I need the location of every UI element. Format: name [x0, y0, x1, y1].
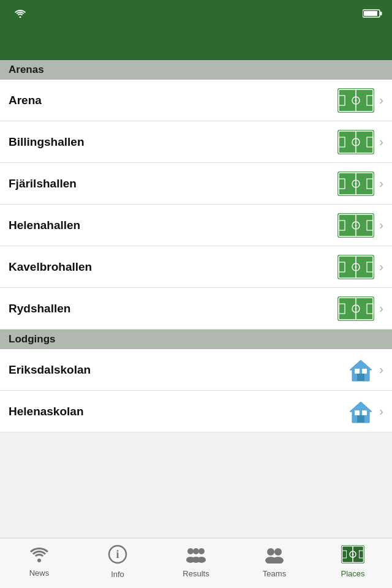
svg-point-38 [355, 266, 357, 268]
item-left: Eriksdalskolan [9, 363, 91, 377]
svg-point-62 [197, 557, 206, 563]
tab-label-teams: Teams [263, 569, 286, 578]
svg-point-54 [37, 559, 41, 562]
item-left: Rydshallen [9, 302, 70, 315]
chevron-icon: › [379, 135, 383, 149]
list-item-eriksdalskolan[interactable]: Eriksdalskolan › [0, 349, 392, 391]
section-header-arenas: Arenas [0, 60, 392, 80]
svg-rect-53 [362, 410, 367, 415]
item-label: Arena [9, 94, 42, 107]
item-right: › [337, 296, 383, 321]
tab-label-info: Info [111, 570, 124, 579]
chevron-icon: › [379, 176, 383, 190]
svg-point-63 [267, 548, 274, 556]
svg-rect-2 [380, 12, 382, 15]
tab-icon-teams [263, 545, 286, 567]
svg-point-24 [355, 183, 357, 184]
item-left: Helenahallen [9, 219, 80, 232]
status-right [363, 9, 382, 18]
item-left: Billingshallen [9, 135, 85, 149]
svg-point-73 [352, 553, 354, 555]
svg-point-45 [355, 307, 357, 309]
tab-icon-places [341, 545, 364, 567]
tab-places[interactable]: Places [314, 538, 392, 588]
section-header-lodgings: Lodgings [0, 330, 392, 349]
svg-rect-52 [355, 410, 360, 415]
item-right: › [337, 130, 383, 154]
field-icon [337, 172, 374, 196]
item-right: › [337, 172, 383, 196]
chevron-icon: › [379, 404, 383, 418]
status-left [10, 9, 26, 18]
status-bar [0, 0, 392, 27]
item-right: › [347, 398, 383, 425]
field-icon [337, 296, 374, 321]
tab-icon-results [184, 545, 208, 567]
list-item-helenaskolan[interactable]: Helenaskolan › [0, 391, 392, 432]
item-label: Billingshallen [9, 135, 85, 149]
item-left: Fjärilshallen [9, 177, 77, 190]
svg-point-10 [355, 99, 357, 101]
item-label: Eriksdalskolan [9, 363, 91, 377]
chevron-icon: › [379, 93, 383, 107]
list-item-arena[interactable]: Arena › [0, 80, 392, 121]
svg-point-57 [187, 548, 194, 554]
svg-point-0 [20, 17, 21, 18]
tab-news[interactable]: News [0, 538, 78, 588]
chevron-icon: › [379, 301, 383, 315]
field-icon [337, 213, 374, 238]
svg-point-64 [274, 548, 282, 556]
chevron-icon: › [379, 363, 383, 377]
item-label: Helenahallen [9, 219, 80, 232]
list-item-billingshallen[interactable]: Billingshallen › [0, 121, 392, 163]
svg-point-31 [355, 224, 357, 226]
field-icon [337, 255, 374, 279]
item-left: Kavelbrohallen [9, 260, 92, 274]
tab-info[interactable]: i Info [78, 538, 157, 588]
list-item-rydshallen[interactable]: Rydshallen › [0, 288, 392, 330]
list-container: ArenasArena ›Billingshallen ›Fjärilshall… [0, 60, 392, 538]
item-right: › [337, 255, 383, 279]
house-icon [347, 398, 374, 425]
house-icon [347, 356, 374, 383]
battery-icon [363, 9, 382, 18]
item-right: › [337, 88, 383, 113]
item-left: Arena [9, 94, 42, 107]
item-label: Rydshallen [9, 302, 70, 315]
item-left: Helenaskolan [9, 405, 84, 418]
tab-teams[interactable]: Teams [235, 538, 314, 588]
field-icon [337, 88, 374, 113]
tab-label-results: Results [183, 569, 209, 578]
item-right: › [337, 213, 383, 238]
svg-rect-47 [357, 374, 364, 381]
svg-point-58 [193, 548, 199, 554]
tab-label-places: Places [341, 569, 364, 578]
svg-rect-51 [357, 415, 364, 423]
svg-point-59 [198, 548, 205, 554]
tab-icon-news [29, 546, 50, 566]
field-icon [337, 130, 374, 154]
svg-text:i: i [116, 548, 119, 560]
tab-results[interactable]: Results [157, 538, 235, 588]
tab-bar: News i Info Results Teams Places [0, 538, 392, 588]
item-label: Helenaskolan [9, 405, 84, 418]
svg-rect-3 [364, 11, 377, 16]
list-item-kavelbrohallen[interactable]: Kavelbrohallen › [0, 246, 392, 288]
tab-label-news: News [29, 568, 50, 578]
item-label: Kavelbrohallen [9, 260, 92, 274]
wifi-status-icon [15, 9, 26, 18]
item-label: Fjärilshallen [9, 177, 77, 190]
page-header [0, 27, 392, 60]
chevron-icon: › [379, 218, 383, 232]
chevron-icon: › [379, 260, 383, 274]
list-item-fjarilshallen[interactable]: Fjärilshallen › [0, 163, 392, 205]
tab-icon-info: i [108, 545, 127, 567]
list-item-helenahallen[interactable]: Helenahallen › [0, 205, 392, 246]
svg-point-17 [355, 141, 357, 143]
svg-rect-49 [362, 369, 367, 374]
svg-rect-48 [355, 369, 360, 374]
item-right: › [347, 356, 383, 383]
